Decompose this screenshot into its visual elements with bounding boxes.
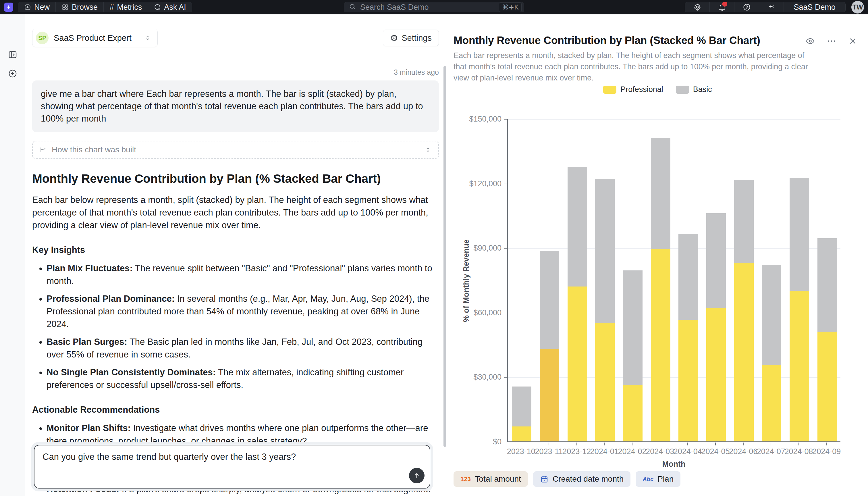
x-axis-tick (549, 443, 549, 446)
metrics-button[interactable]: # Metrics (104, 2, 148, 12)
abc-icon: Abc (643, 476, 654, 482)
bar-segment-professional-2023-12[interactable] (567, 286, 587, 441)
new-thread-plus-icon[interactable] (6, 67, 19, 80)
new-label: New (34, 3, 50, 12)
bar-segment-basic-2024-01[interactable] (595, 179, 615, 323)
chat-scrollbar[interactable] (444, 66, 446, 447)
bar-segment-basic-2024-07[interactable] (762, 265, 781, 365)
bar-segment-basic-2024-02[interactable] (623, 270, 643, 386)
chip-created-date-month-label: Created date month (552, 475, 624, 484)
stacked-bar-chart: % of Monthly Revenue Month $0$30,000$60,… (447, 14, 868, 496)
bar-segment-professional-2023-11[interactable] (540, 349, 559, 441)
y-axis-tick (504, 119, 507, 120)
global-search-input[interactable]: Search SaaS Demo ⌘+K (344, 2, 524, 12)
x-axis-tick (632, 443, 632, 446)
browse-button[interactable]: Browse (56, 2, 104, 12)
chart-artifact-panel: Monthly Revenue Contribution by Plan (St… (447, 14, 868, 496)
x-axis-tick-label: 2024-09 (806, 447, 847, 456)
toggle-sidebar-icon[interactable] (6, 48, 19, 61)
bar-segment-basic-2024-05[interactable] (706, 213, 726, 308)
workspace-button[interactable]: SaaS Demo (784, 2, 845, 12)
y-axis-tick-label: $0 (453, 437, 501, 446)
utility-nav-group: SaaS Demo (685, 2, 846, 12)
x-axis-tick (826, 443, 827, 446)
primary-nav-group: New Browse # Metrics Ask AI (18, 2, 192, 12)
response-section-heading: Actionable Recommendations (32, 405, 439, 415)
bar-segment-professional-2024-01[interactable] (595, 323, 615, 441)
composer-container: Can you give the same trend but quarterl… (31, 442, 433, 492)
bar-segment-professional-2024-02[interactable] (623, 385, 643, 441)
chip-total-amount[interactable]: 123 Total amount (453, 471, 528, 487)
ai-sparkles-button[interactable] (759, 2, 784, 12)
bar-segment-professional-2024-05[interactable] (706, 308, 726, 441)
field-chips: 123 Total amount Created date month Abc … (453, 471, 680, 487)
bar-segment-basic-2023-10[interactable] (512, 387, 531, 427)
settings-gear-button[interactable] (685, 2, 710, 12)
agent-settings-button[interactable]: Settings (383, 30, 439, 46)
calendar-icon (540, 475, 549, 483)
bar-segment-basic-2024-03[interactable] (651, 138, 670, 249)
bar-segment-professional-2024-03[interactable] (651, 249, 670, 441)
notifications-bell-button[interactable] (710, 2, 735, 12)
bar-segment-basic-2024-04[interactable] (678, 234, 698, 320)
bar-segment-basic-2024-08[interactable] (790, 178, 809, 291)
chart-line-icon (39, 146, 47, 153)
agent-selector[interactable]: SP SaaS Product Expert (32, 29, 158, 47)
response-bullet: No Single Plan Consistently Dominates: T… (47, 366, 439, 391)
bar-segment-professional-2024-06[interactable] (734, 263, 754, 441)
user-avatar[interactable]: TW (851, 1, 864, 14)
collapse-label: How this chart was built (52, 145, 136, 154)
x-axis-tick (521, 443, 521, 446)
chat-star-icon (154, 3, 161, 11)
gridline (508, 119, 840, 120)
bar-segment-professional-2024-04[interactable] (678, 320, 698, 441)
chip-created-date-month[interactable]: Created date month (533, 471, 631, 487)
response-bullet-list: Plan Mix Fluctuates: The revenue split b… (32, 262, 439, 391)
bar-segment-professional-2024-09[interactable] (817, 331, 837, 441)
y-axis-tick (504, 377, 507, 377)
response-bullet: Plan Mix Fluctuates: The revenue split b… (47, 262, 439, 288)
chat-messages[interactable]: 3 minutes ago give me a bar chart where … (25, 68, 447, 496)
response-bullet: Professional Plan Dominance: In several … (47, 293, 439, 330)
y-axis-tick-label: $150,000 (453, 115, 501, 124)
x-axis-tick (743, 443, 744, 446)
bar-segment-professional-2024-07[interactable] (762, 365, 781, 441)
bar-segment-professional-2024-08[interactable] (790, 291, 809, 441)
y-axis-tick (504, 248, 507, 249)
chat-header: SP SaaS Product Expert Settings (25, 14, 447, 58)
bar-segment-basic-2024-06[interactable] (734, 180, 754, 263)
chart-plot-area (507, 119, 840, 442)
response-intro: Each bar below represents a month, split… (32, 194, 439, 232)
how-chart-built-toggle[interactable]: How this chart was built (32, 141, 439, 159)
app-logo-lightning-icon[interactable] (4, 3, 13, 12)
metrics-label: Metrics (117, 3, 142, 12)
bar-segment-basic-2024-09[interactable] (817, 238, 837, 332)
chat-input-value[interactable]: Can you give the same trend but quarterl… (43, 452, 422, 462)
chat-panel: SP SaaS Product Expert Settings 3 minute… (25, 14, 447, 496)
chip-plan[interactable]: Abc Plan (636, 471, 680, 487)
user-message-bubble: give me a bar chart where Each bar repre… (32, 80, 439, 132)
x-axis-tick (799, 443, 799, 446)
ask-ai-button[interactable]: Ask AI (148, 2, 192, 12)
y-axis-tick (504, 442, 507, 442)
bar-segment-professional-2023-10[interactable] (512, 427, 531, 441)
workspace-label: SaaS Demo (793, 3, 836, 12)
left-rail (0, 14, 25, 496)
x-axis-tick (577, 443, 577, 446)
x-axis-title: Month (662, 460, 686, 469)
y-axis-tick-label: $30,000 (453, 373, 501, 382)
message-timestamp: 3 minutes ago (32, 68, 439, 76)
help-button[interactable] (735, 2, 759, 12)
chip-total-amount-label: Total amount (475, 475, 521, 484)
bar-segment-basic-2023-11[interactable] (540, 251, 559, 349)
chevron-updown-icon (424, 146, 431, 153)
plus-square-icon (24, 3, 31, 11)
hash-icon: # (109, 3, 114, 12)
send-button[interactable] (409, 468, 424, 483)
bar-segment-basic-2023-12[interactable] (567, 167, 587, 286)
response-title: Monthly Revenue Contribution by Plan (% … (32, 172, 439, 186)
x-axis-tick (604, 443, 605, 446)
new-button[interactable]: New (18, 2, 56, 12)
x-axis-tick (771, 443, 771, 446)
chat-input[interactable]: Can you give the same trend but quarterl… (34, 445, 430, 489)
